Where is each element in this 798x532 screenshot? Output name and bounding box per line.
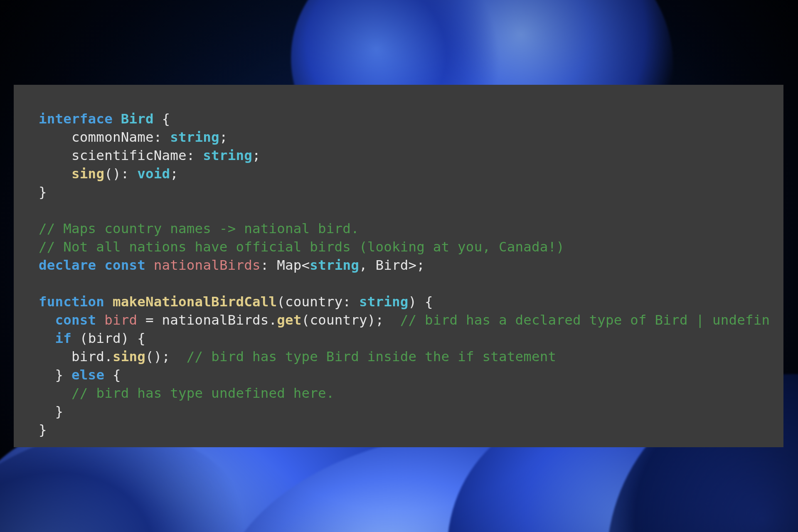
code-line: // Not all nations have official birds (… [39,239,564,255]
code-line: bird.sing(); // bird has type Bird insid… [39,349,556,365]
code-editor-panel[interactable]: interface Bird { commonName: string; sci… [14,85,783,447]
code-line: } else { [39,367,121,383]
code-line: } [39,404,63,419]
code-line: const bird = nationalBirds.get(country);… [39,312,770,328]
code-line: interface Bird { [39,111,170,127]
code-block[interactable]: interface Bird { commonName: string; sci… [39,110,772,439]
code-line: declare const nationalBirds: Map<string,… [39,257,425,273]
code-line: } [39,184,47,200]
code-line: commonName: string; [39,129,228,145]
code-line: } [39,422,47,438]
code-line: if (bird) { [39,330,145,346]
code-line: function makeNationalBirdCall(country: s… [39,294,433,310]
code-line: scientificName: string; [39,148,261,163]
code-line: // bird has type undefined here. [39,385,335,401]
code-line: sing(): void; [39,166,178,182]
code-line: // Maps country names -> national bird. [39,221,359,236]
